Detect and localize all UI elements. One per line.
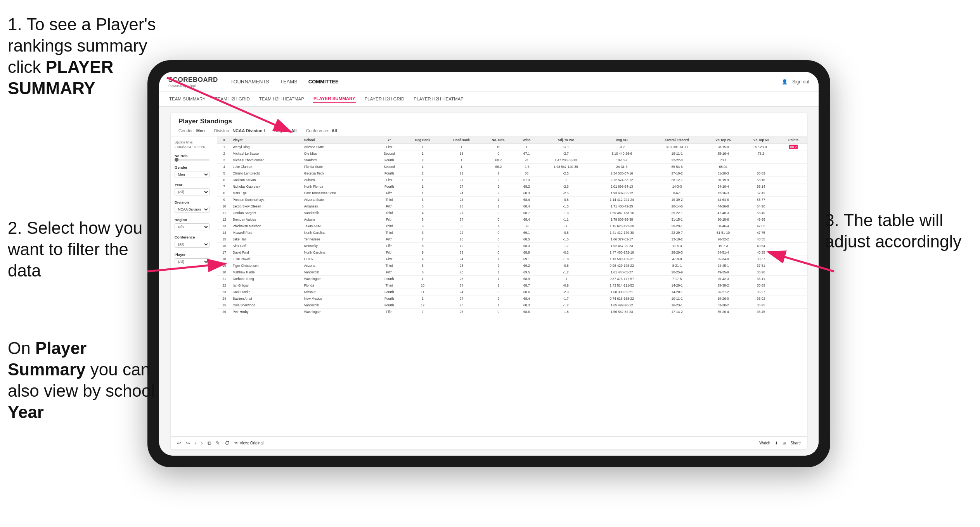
nav-item-committee[interactable]: COMMITTEE [308,77,339,86]
col-no-rds: No. Rds. [481,137,515,144]
toolbar-view[interactable]: 👁 View: Original [234,441,264,445]
no-rds-slider[interactable] [175,159,210,161]
header-right: 👤 Sign out [782,79,809,85]
subnav-player-summary[interactable]: PLAYER SUMMARY [313,95,356,103]
year-section-label: Year [175,183,213,187]
col-adj: Adj. to Par [538,137,594,144]
undo-icon[interactable]: ↩ [177,440,181,446]
nav-item-tournaments[interactable]: TOURNAMENTS [230,77,269,86]
col-reg-rank: Reg Rank [404,137,442,144]
panel-header: Player Standings Gender: Men Division: N… [171,113,807,137]
update-time: Update time:27/03/2024 16:56:26 [175,140,213,150]
share-btn[interactable]: Share [790,441,801,445]
table-row: 17David FordNorth CarolinaFifth969068.9-… [217,249,807,256]
instruction-1-text: 1. To see a Player's rankings summary cl… [8,15,156,98]
col-avg-sg: Avg SG [594,137,650,144]
table-row: 12Brendan ValdesAuburnFifth537068.4-1.11… [217,216,807,223]
table-row: 3Michael ThorbjornsenStanfordFourth2168.… [217,157,807,164]
year-select[interactable]: (All) [175,188,210,195]
conference-select[interactable]: (All) [175,241,210,248]
panel-title: Player Standings [178,117,799,125]
view-label: View: Original [240,441,264,445]
tablet-device: SCOREBOARD Powered by clippi TOURNAMENTS… [147,60,830,467]
instruction-2-text: 2. Select how you want to filter the dat… [8,218,142,280]
gender-section-label: Gender [175,165,213,169]
gender-select[interactable]: Men [175,171,210,178]
table-row: 8Mats EgeEast Tennessee StateFifth124268… [217,190,807,197]
table-row: 4Luke ClantonFlorida StateSecond1168.2-1… [217,164,807,170]
table-row: 20Matthew RiedelVanderbiltFifth623169.5-… [217,269,807,276]
table-row: 14Maxwell FordNorth CarolinaThird322069.… [217,230,807,236]
instruction-bottom-text: On Player Summary you can also view by s… [8,339,155,422]
instruction-bottom: On Player Summary you can also view by s… [8,337,155,423]
division-filter-value: NCAA Division I [232,128,265,133]
col-overall: Overall Record [650,137,704,144]
table-row: 19Tiger ChristensenArizonaThird523269.2-… [217,263,807,269]
subnav-player-h2h-heatmap[interactable]: PLAYER H2H HEATMAP [413,95,464,103]
table-header-row: # Player School Yr Reg Rank Conf Rank No… [217,137,807,144]
table-row: 18Luke PowellUCLAFirst424169.1-1.81.13 5… [217,256,807,263]
clock-icon[interactable]: ⏱ [225,440,230,446]
region-select[interactable]: N/A [175,223,210,230]
table-row: 24Bastien AmatNew MexicoFourth127268.4-1… [217,295,807,302]
player-filter-section: Player (All) [175,252,213,265]
sub-nav: TEAM SUMMARY TEAM H2H GRID TEAM H2H HEAT… [159,92,819,107]
app-header: SCOREBOARD Powered by clippi TOURNAMENTS… [159,72,819,92]
table-row: 1Wenyi DingArizona StateFirst1115167.1-3… [217,144,807,150]
subnav-team-h2h-grid[interactable]: TEAM H2H GRID [214,95,251,103]
conference-filter-section: Conference (All) [175,235,213,248]
instruction-1: 1. To see a Player's rankings summary cl… [8,14,178,99]
toolbar-right: Watch ⬇ ⊞ Share [759,441,801,445]
grid-icon[interactable]: ⊞ [783,441,786,445]
region-filter-value: All [291,128,297,133]
col-top50: Vs Top 50 [742,137,780,144]
gender-filter-section: Gender Men [175,165,213,178]
subnav-player-h2h-grid[interactable]: PLAYER H2H GRID [364,95,405,103]
table-row: 5Christo LamprechtGeorgia TechFourth2212… [217,170,807,177]
standings-table: # Player School Yr Reg Rank Conf Rank No… [217,137,807,315]
year-filter-section: Year (All) [175,183,213,195]
conference-filter-label: Conference: [306,128,329,133]
conference-section-label: Conference [175,235,213,239]
panel-filters: Gender: Men Division: NCAA Division I Re… [178,128,799,133]
watch-btn[interactable]: Watch [759,441,770,445]
back-icon[interactable]: ‹ [195,440,196,446]
table-row: 10Jacob Skov OlesenArkansasFifth323168.4… [217,203,807,210]
col-conf-rank: Conf Rank [442,137,482,144]
nav-item-teams[interactable]: TEAMS [280,77,298,86]
table-row: 2Michael Le SassoOle MissSecond118067.1-… [217,150,807,157]
region-filter-label: Region: [274,128,289,133]
table-row: 21Taehoon SongWashingtonFourth123168.9-1… [217,276,807,282]
panel-body: Update time:27/03/2024 16:56:26 No Rds. … [171,137,807,436]
division-select[interactable]: NCAA Division I [175,206,210,213]
table-row: 25Cole SherwoodVanderbiltFourth1223168.3… [217,302,807,309]
player-select[interactable]: (All) [175,258,210,265]
gender-filter-value: Men [196,128,205,133]
col-player: Player [231,137,303,144]
filter-conference: Conference: All [306,128,337,133]
download-icon[interactable]: ⬇ [775,441,778,445]
copy-icon[interactable]: ⧉ [208,440,211,446]
instruction-3-text: 3. The table will adjust accordingly [825,211,961,251]
tablet-screen: SCOREBOARD Powered by clippi TOURNAMENTS… [159,72,819,456]
division-filter-label: Division: [214,128,230,133]
table-row: 22Ian GilliganFloridaThird1024168.7-0.91… [217,282,807,289]
filter-region: Region: All [274,128,297,133]
nav-menu: TOURNAMENTS TEAMS COMMITTEE [230,77,782,86]
col-num: # [217,137,231,144]
main-content: Player Standings Gender: Men Division: N… [159,107,819,456]
edit-icon[interactable]: ✎ [216,440,220,446]
table-body: 1Wenyi DingArizona StateFirst1115167.1-3… [217,144,807,315]
table-row: 23Jack LundinMissouriFourth1124068.6-2.3… [217,289,807,295]
sign-out-link[interactable]: Sign out [792,79,809,85]
region-filter-section: Region N/A [175,218,213,230]
table-row: 15Jake HallTennesseeFifth728068.5-1.51.6… [217,236,807,243]
subnav-team-h2h-heatmap[interactable]: TEAM H2H HEATMAP [258,95,305,103]
table-row: 13Phichaksn MaichonTexas A&MThird630169-… [217,223,807,230]
forward-icon[interactable]: › [201,440,203,446]
no-rds-label: No Rds. [175,154,213,158]
redo-icon[interactable]: ↪ [186,440,190,446]
table-row: 9Preston SummerhaysArizona StateThird324… [217,197,807,203]
bottom-toolbar: ↩ ↪ ‹ › ⧉ ✎ ⏱ 👁 View: Original Watch ⬇ ⊞ [171,436,807,449]
instruction-3: 3. The table will adjust accordingly [825,209,968,252]
